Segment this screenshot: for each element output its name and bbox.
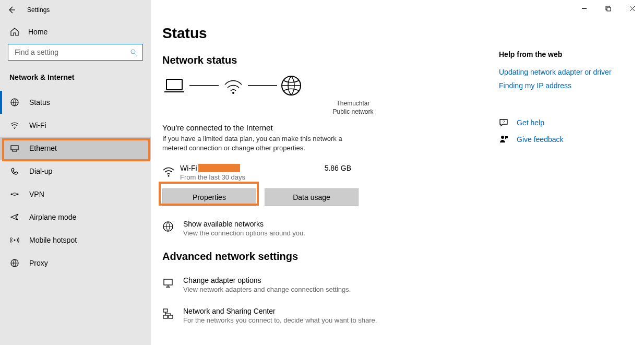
svg-point-0	[131, 50, 135, 54]
svg-rect-13	[164, 279, 172, 285]
help-link[interactable]: Finding my IP address	[499, 81, 629, 90]
laptop-icon	[162, 76, 186, 95]
help-column: Help from the web Updating network adapt…	[499, 25, 629, 345]
window-controls	[572, 0, 644, 17]
data-usage-button[interactable]: Data usage	[265, 188, 359, 206]
wifi-large-icon	[222, 76, 245, 95]
nav-item-vpn[interactable]: VPN	[0, 183, 151, 206]
minimize-button[interactable]	[572, 0, 596, 17]
main-content: Status Network status Themuchtar Public …	[151, 0, 644, 345]
nav-item-wifi[interactable]: Wi-Fi	[0, 114, 151, 137]
search-input[interactable]	[14, 47, 130, 57]
nav-label: Mobile hotspot	[29, 236, 77, 244]
get-help-row[interactable]: ? Get help	[499, 118, 629, 127]
wifi-subtext: From the last 30 days	[180, 173, 245, 181]
network-icon	[162, 307, 174, 324]
globe-small-icon	[162, 220, 174, 237]
svg-point-6	[14, 240, 16, 241]
nav-label: Dial-up	[29, 167, 52, 175]
nav-label: Status	[29, 98, 50, 106]
nav-list: Status Wi-Fi Ethernet Dial-up VPN Airpla…	[0, 91, 151, 275]
feedback-icon	[499, 135, 508, 144]
home-button[interactable]: Home	[0, 20, 151, 44]
proxy-icon	[9, 258, 20, 268]
option-desc: View network adapters and change connect…	[183, 285, 351, 293]
connected-heading: You're connected to the Internet	[162, 123, 488, 132]
nav-item-airplane[interactable]: Airplane mode	[0, 206, 151, 229]
home-icon	[9, 27, 20, 37]
feedback-row[interactable]: Give feedback	[499, 135, 629, 144]
svg-rect-3	[11, 146, 18, 150]
back-button[interactable]	[7, 6, 16, 14]
data-amount: 5.86 GB	[325, 164, 355, 172]
nav-label: Airplane mode	[29, 213, 76, 221]
option-title: Change adapter options	[183, 276, 351, 284]
status-icon	[9, 98, 20, 107]
option-desc: For the networks you connect to, decide …	[183, 316, 377, 324]
chat-icon: ?	[499, 118, 508, 127]
svg-point-9	[232, 92, 234, 94]
nav-item-dialup[interactable]: Dial-up	[0, 160, 151, 183]
dialup-icon	[9, 166, 20, 176]
search-icon	[130, 49, 137, 56]
show-networks-option[interactable]: Show available networks View the connect…	[162, 220, 488, 237]
sidebar: Settings Home Network & Internet Status	[0, 0, 151, 345]
wifi-icon	[9, 121, 20, 130]
window-title: Settings	[27, 6, 50, 14]
nav-label: Wi-Fi	[29, 121, 46, 129]
option-desc: View the connection options around you.	[183, 229, 305, 237]
wifi-label: Wi-Fi	[180, 164, 197, 172]
option-title: Show available networks	[183, 220, 305, 228]
svg-point-11	[168, 175, 170, 177]
svg-point-4	[11, 194, 13, 195]
nav-label: VPN	[29, 190, 44, 198]
svg-rect-16	[163, 315, 168, 318]
option-title: Network and Sharing Center	[183, 307, 377, 315]
connected-desc: If you have a limited data plan, you can…	[162, 134, 355, 152]
help-heading: Help from the web	[499, 50, 629, 58]
help-link[interactable]: Updating network adapter or driver	[499, 68, 629, 76]
svg-point-2	[14, 128, 15, 129]
page-title: Status	[162, 25, 488, 42]
globe-icon	[280, 75, 302, 97]
advanced-heading: Advanced network settings	[162, 251, 488, 263]
search-input-wrap[interactable]	[8, 44, 143, 61]
nav-label: Proxy	[29, 259, 48, 267]
ethernet-icon	[9, 144, 20, 153]
svg-text:?: ?	[503, 120, 505, 124]
network-status-heading: Network status	[162, 54, 488, 66]
current-network-row: Wi-Fi From the last 30 days 5.86 GB	[162, 164, 355, 181]
sharing-center-option[interactable]: Network and Sharing Center For the netwo…	[162, 307, 488, 324]
airplane-icon	[9, 212, 20, 222]
svg-rect-15	[169, 315, 173, 318]
nav-item-hotspot[interactable]: Mobile hotspot	[0, 229, 151, 252]
svg-point-5	[17, 194, 19, 195]
vpn-icon	[9, 191, 20, 198]
nav-item-ethernet[interactable]: Ethernet	[0, 137, 151, 160]
monitor-icon	[162, 276, 174, 293]
wifi-icon	[162, 164, 180, 178]
svg-rect-8	[166, 79, 182, 90]
home-label: Home	[28, 28, 47, 36]
svg-point-18	[501, 136, 504, 139]
svg-rect-14	[163, 309, 168, 312]
nav-item-status[interactable]: Status	[0, 91, 151, 114]
close-button[interactable]	[620, 0, 644, 17]
hotspot-icon	[9, 235, 20, 245]
maximize-button[interactable]	[596, 0, 620, 17]
nav-label: Ethernet	[29, 144, 57, 152]
nav-item-proxy[interactable]: Proxy	[0, 252, 151, 275]
diagram-caption: Themuchtar Public network	[218, 100, 488, 116]
adapter-options[interactable]: Change adapter options View network adap…	[162, 276, 488, 293]
network-diagram	[162, 75, 488, 97]
category-heading: Network & Internet	[0, 70, 151, 91]
redacted-ssid	[198, 164, 240, 172]
properties-button[interactable]: Properties	[162, 188, 256, 206]
svg-rect-20	[607, 7, 611, 11]
